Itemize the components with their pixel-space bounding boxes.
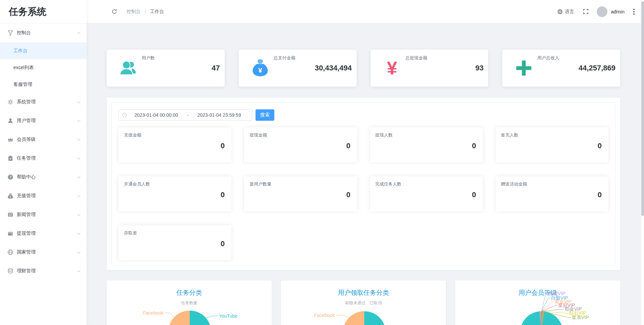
sidebar-subitem-customer-service[interactable]: 客服管理 <box>0 76 87 93</box>
breadcrumb-separator: / <box>145 9 146 14</box>
sidebar-item-console[interactable]: 控制台 <box>0 23 87 42</box>
sidebar-subitem-workbench[interactable]: 工作台 <box>0 42 87 59</box>
gear-icon <box>7 99 13 105</box>
sidebar-item-system[interactable]: 系统管理 <box>0 93 87 111</box>
sidebar-item-users[interactable]: 用户管理 <box>0 111 87 130</box>
language-label: 语言 <box>565 9 574 15</box>
sidebar-item-tasks[interactable]: 任务管理 <box>0 149 87 168</box>
stat-card-user-income: 用户总收入 44,257,869 <box>502 50 620 87</box>
pie-label-line <box>542 298 550 311</box>
date-search-row: 2023-01-04 00:00:00 - 2023-01-04 23:59:5… <box>119 109 608 121</box>
sidebar-item-finance[interactable]: 理财管理 <box>0 262 87 280</box>
wallet-icon <box>7 230 13 236</box>
stat-card-users: 用户数 47 <box>107 50 225 87</box>
vertical-scrollbar[interactable] <box>641 0 644 325</box>
pie-sliver <box>542 311 543 325</box>
metric-box-new-users: 新用户数量 0 <box>244 176 357 211</box>
chevron-down-icon <box>77 213 81 216</box>
stat-card-value: 47 <box>212 64 220 72</box>
metric-box-member-open: 开通会员人数 0 <box>119 176 231 211</box>
chart-title: 任务分类 <box>107 288 272 297</box>
metric-grid: 充值金额 0 提现金额 0 提现人数 0 首充人数 <box>119 127 608 260</box>
pie-label-line <box>205 316 218 318</box>
metric-box-withdraw-amount: 提现金额 0 <box>244 127 357 162</box>
chevron-down-icon <box>77 138 81 141</box>
refresh-icon[interactable] <box>111 9 117 14</box>
date-range-separator: - <box>186 112 190 118</box>
stat-card-label: 用户数 <box>142 55 155 61</box>
metric-value: 0 <box>598 142 602 150</box>
chevron-down-icon <box>77 194 81 197</box>
scrollbar-thumb[interactable] <box>641 1 644 216</box>
pie-label-line <box>542 311 571 318</box>
breadcrumb: 控制台 / 工作台 <box>127 9 164 15</box>
svg-text:?: ? <box>9 175 11 179</box>
stat-card-label: 总提现金额 <box>406 55 427 61</box>
pie-slice-main <box>520 311 563 325</box>
sidebar-item-news[interactable]: 新闻管理 <box>0 205 87 224</box>
globe-icon <box>7 249 13 255</box>
metric-box-deposit-diff: 存取差 0 <box>119 225 231 260</box>
sidebar-item-label: 会员等级 <box>17 137 78 143</box>
sidebar-item-country[interactable]: 国家管理 <box>0 243 87 262</box>
pie-label-line <box>542 309 564 311</box>
stat-card-value: 44,257,869 <box>579 64 615 72</box>
sidebar-subitem-excel-list[interactable]: excel列表 <box>0 59 87 76</box>
metric-value: 0 <box>221 142 225 150</box>
stat-card-total-withdraw: ¥ 总提现金额 93 <box>371 50 489 87</box>
pie-slice-youtube <box>364 311 386 325</box>
pie-label-gold-vip: 黄金VIP <box>555 299 572 304</box>
sidebar-item-label: 控制台 <box>17 30 78 36</box>
pie-label-diamond-vip: 钻石VIP <box>569 310 586 316</box>
clock-icon <box>122 113 127 117</box>
sidebar-item-help[interactable]: ? 帮助中心 <box>0 168 87 186</box>
globe-language-icon <box>557 9 563 14</box>
sidebar: 任务系统 控制台 工作台 excel列表 客服管理 系统管理 <box>0 0 87 325</box>
pie-slice-youtube <box>190 311 211 325</box>
breadcrumb-console[interactable]: 控制台 <box>127 9 141 14</box>
sidebar-item-member-level[interactable]: 会员等级 <box>0 130 87 149</box>
chart-title: 用户会员等级 <box>455 288 620 297</box>
metric-value: 0 <box>598 191 602 199</box>
user-icon <box>7 118 13 124</box>
fullscreen-icon[interactable] <box>583 9 589 14</box>
metric-value: 0 <box>472 191 476 199</box>
avatar[interactable] <box>597 6 607 17</box>
main-content: 用户数 47 ¥ 总支付金额 30,434,494 ¥ 总提现金额 93 <box>87 23 644 325</box>
pie-label-line <box>542 302 554 311</box>
metric-label: 充值金额 <box>124 132 141 138</box>
stat-card-label: 总支付金额 <box>274 55 295 61</box>
sidebar-item-label: 用户管理 <box>17 118 78 124</box>
stat-cards-row: 用户数 47 ¥ 总支付金额 30,434,494 ¥ 总提现金额 93 <box>107 50 620 87</box>
language-switcher[interactable]: 语言 <box>557 9 574 15</box>
pie-label-line <box>165 313 174 317</box>
hamburger-menu-icon[interactable] <box>95 10 103 13</box>
sidebar-item-withdraw[interactable]: 提现管理 <box>0 224 87 243</box>
sidebar-item-recharge[interactable]: ¥ 充值管理 <box>0 186 87 205</box>
pie-label-line <box>542 311 568 313</box>
metric-value: 0 <box>346 191 350 199</box>
date-end-value[interactable]: 2023-01-04 23:59:59 <box>190 112 248 118</box>
funnel-icon <box>7 30 13 36</box>
username[interactable]: admin <box>611 9 625 14</box>
search-button[interactable]: 搜索 <box>256 109 274 121</box>
date-range-input[interactable]: 2023-01-04 00:00:00 - 2023-01-04 23:59:5… <box>119 109 252 121</box>
pie-sliver <box>542 311 544 325</box>
chevron-down-icon <box>77 119 81 122</box>
pie-label-line <box>336 315 349 318</box>
metric-label: 开通会员人数 <box>124 181 150 187</box>
chart-task-categories: 任务分类 任务数量 Facebook YouTube <box>107 280 272 325</box>
coins-icon <box>7 268 13 274</box>
chevron-up-icon <box>77 32 81 35</box>
pie-label-facebook: Facebook <box>314 313 335 318</box>
sidebar-item-label: 充值管理 <box>17 193 78 199</box>
chevron-down-icon <box>77 250 81 254</box>
pie-chart-member-levels: 青铜VIP 白银VIP 黄金VIP 皇冠VIP 铂金VIP 钻石VIP 皇亲VI… <box>455 280 620 325</box>
date-start-value[interactable]: 2023-01-04 00:00:00 <box>127 112 186 118</box>
pie-sliver <box>540 311 542 325</box>
pie-label-youtube: YouTube <box>219 313 237 319</box>
kebab-menu-icon[interactable] <box>633 9 635 15</box>
stat-card-total-paid: ¥ 总支付金额 30,434,494 <box>239 50 357 87</box>
chevron-down-icon <box>77 175 81 178</box>
metric-value: 0 <box>221 239 225 248</box>
